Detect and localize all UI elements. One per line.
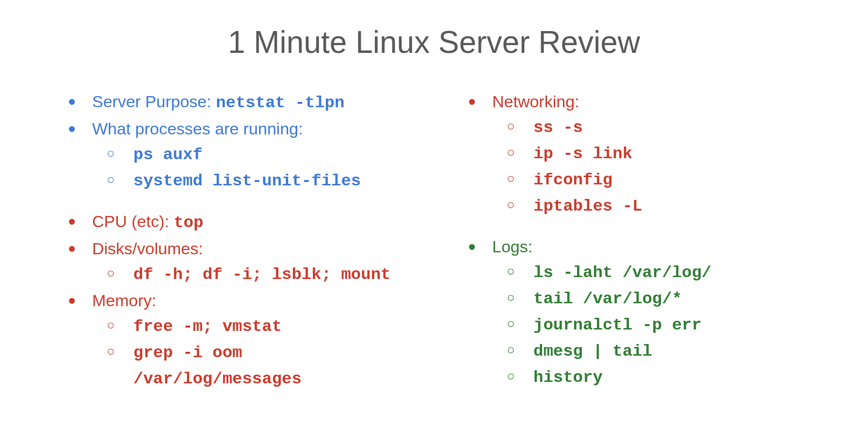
- list-item: history: [507, 364, 820, 390]
- list-item: ip -s link: [507, 140, 820, 166]
- item-disks: Disks/volumes: df -h; df -i; lsblk; moun…: [68, 236, 419, 287]
- item-networking: Networking: ss -s ip -s link ifconfig ip…: [468, 89, 820, 219]
- spacer: [449, 220, 820, 234]
- item-cpu: CPU (etc): top: [68, 209, 419, 235]
- disks-label: Disks/volumes:: [92, 239, 203, 258]
- cmd-journalctl: journalctl -p err: [533, 316, 702, 334]
- cmd-ifconfig: ifconfig: [533, 171, 612, 189]
- cmd-iptables: iptables -L: [533, 197, 642, 215]
- cmd-tail-log: tail /var/log/*: [533, 290, 682, 308]
- server-purpose-label: Server Purpose:: [92, 92, 216, 111]
- list-item: iptables -L: [507, 193, 820, 219]
- list-item: free -m; vmstat: [107, 313, 419, 339]
- list-item: ss -s: [507, 114, 820, 140]
- left-column: Server Purpose: netstat -tlpn What proce…: [48, 89, 419, 393]
- cmd-ip: ip -s link: [533, 145, 632, 163]
- spacer: [48, 195, 419, 209]
- item-server-purpose: Server Purpose: netstat -tlpn: [68, 89, 419, 115]
- cmd-systemd: systemd list-unit-files: [133, 172, 361, 190]
- processes-label: What processes are running:: [92, 119, 303, 138]
- list-item: dmesg | tail: [507, 338, 820, 364]
- cmd-dmesg: dmesg | tail: [533, 342, 652, 361]
- cmd-history: history: [533, 368, 603, 387]
- cmd-top: top: [174, 214, 203, 232]
- list-item: df -h; df -i; lsblk; mount: [107, 261, 419, 287]
- list-item: systemd list-unit-files: [107, 167, 419, 194]
- cpu-label: CPU (etc):: [92, 212, 174, 230]
- list-item: grep -i oom /var/log/messages: [107, 339, 419, 392]
- list-item: journalctl -p err: [507, 312, 820, 338]
- list-item: ps auxf: [107, 141, 419, 167]
- right-column: Networking: ss -s ip -s link ifconfig ip…: [449, 89, 820, 393]
- slide-title: 1 Minute Linux Server Review: [48, 24, 820, 60]
- cmd-df: df -h; df -i; lsblk; mount: [133, 265, 391, 284]
- memory-label: Memory:: [92, 291, 156, 310]
- list-item: ifconfig: [507, 166, 820, 193]
- cmd-netstat: netstat -tlpn: [216, 94, 344, 112]
- item-memory: Memory: free -m; vmstat grep -i oom /var…: [68, 288, 419, 392]
- cmd-ss: ss -s: [533, 118, 583, 137]
- content-columns: Server Purpose: netstat -tlpn What proce…: [48, 89, 820, 393]
- item-processes: What processes are running: ps auxf syst…: [68, 116, 419, 194]
- list-item: ls -laht /var/log/: [507, 259, 820, 285]
- cmd-grep-oom: grep -i oom /var/log/messages: [133, 344, 302, 388]
- cmd-ps: ps auxf: [133, 146, 203, 164]
- item-logs: Logs: ls -laht /var/log/ tail /var/log/*…: [468, 234, 820, 390]
- networking-label: Networking:: [492, 92, 579, 111]
- cmd-ls-log: ls -laht /var/log/: [533, 263, 711, 282]
- list-item: tail /var/log/*: [507, 285, 820, 312]
- logs-label: Logs:: [492, 237, 532, 256]
- cmd-free: free -m; vmstat: [133, 317, 282, 336]
